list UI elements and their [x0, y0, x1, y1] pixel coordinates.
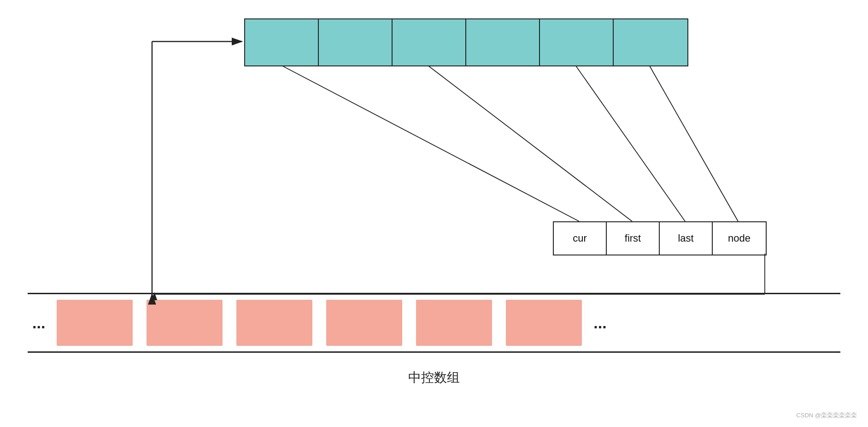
bottom-cell-6 [506, 300, 582, 346]
bottom-cell-3 [236, 300, 312, 346]
diagram-container: cur first last node ... ... 中控数组 CSDN @栾… [0, 0, 868, 427]
bottom-cell-2 [147, 300, 223, 346]
control-cell-last: last [660, 222, 713, 255]
svg-line-8 [650, 66, 738, 221]
bottom-cell-1 [57, 300, 133, 346]
control-box: cur first last node [553, 221, 767, 255]
watermark: CSDN @栾栾栾栾栾栾 [796, 411, 857, 420]
svg-line-6 [428, 66, 632, 221]
svg-line-7 [576, 66, 685, 221]
top-array [244, 18, 688, 66]
top-cell-5 [540, 19, 614, 65]
top-cell-4 [466, 19, 540, 65]
bottom-cells-row: ... ... [28, 294, 840, 351]
bottom-array-label: 中控数组 [408, 369, 460, 386]
svg-line-5 [282, 66, 579, 221]
control-cell-node: node [713, 222, 766, 255]
bottom-cell-4 [326, 300, 402, 346]
bottom-cell-5 [416, 300, 492, 346]
top-cell-1 [245, 19, 319, 65]
top-cell-3 [393, 19, 466, 65]
top-cell-2 [319, 19, 393, 65]
bottom-array-wrapper: ... ... [28, 293, 840, 353]
bottom-rail-bottom [28, 351, 840, 353]
dots-left: ... [32, 300, 45, 346]
top-cell-6 [614, 19, 687, 65]
dots-right: ... [593, 300, 606, 346]
control-cell-first: first [607, 222, 660, 255]
control-cell-cur: cur [554, 222, 607, 255]
